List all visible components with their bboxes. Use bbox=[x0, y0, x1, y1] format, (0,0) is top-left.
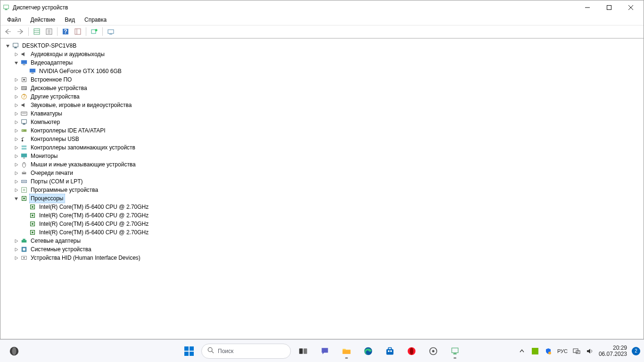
taskbar-edge[interactable] bbox=[359, 342, 378, 361]
tree-category-node[interactable]: Звуковые, игровые и видеоустройства bbox=[4, 101, 640, 109]
tree-device-node[interactable]: Intel(R) Core(TM) i5-6400 CPU @ 2.70GHz bbox=[4, 211, 640, 220]
start-button[interactable] bbox=[180, 342, 198, 361]
tree-category-node[interactable]: Контроллеры USB bbox=[4, 135, 640, 143]
tree-category-node[interactable]: Видеоадаптеры bbox=[4, 58, 640, 67]
toolbar-help-button[interactable]: ? bbox=[60, 26, 71, 37]
expand-toggle[interactable] bbox=[13, 51, 19, 58]
tree-category-node[interactable]: Устройства HID (Human Interface Devices) bbox=[4, 254, 640, 262]
menu-help[interactable]: Справка bbox=[81, 16, 110, 24]
storage-icon bbox=[20, 144, 28, 151]
expand-toggle[interactable] bbox=[13, 255, 19, 261]
expand-toggle[interactable] bbox=[13, 153, 19, 159]
taskbar-task-view[interactable] bbox=[294, 342, 313, 361]
svg-rect-1 bbox=[5, 9, 7, 10]
expand-toggle[interactable] bbox=[13, 110, 19, 117]
taskbar-opera-gx[interactable] bbox=[5, 342, 24, 361]
tree-category-node[interactable]: Мыши и иные указывающие устройства bbox=[4, 160, 640, 169]
expand-toggle[interactable] bbox=[13, 136, 19, 142]
tree-category-node[interactable]: Очереди печати bbox=[4, 169, 640, 177]
expand-toggle[interactable] bbox=[13, 246, 19, 253]
tree-device-node[interactable]: Intel(R) Core(TM) i5-6400 CPU @ 2.70GHz bbox=[4, 228, 640, 237]
nav-back-button[interactable] bbox=[2, 26, 14, 37]
tray-chevron-icon[interactable] bbox=[518, 347, 526, 355]
expand-toggle[interactable] bbox=[13, 85, 19, 91]
svg-rect-92 bbox=[454, 353, 457, 354]
toolbar-add-hardware-button[interactable] bbox=[105, 26, 116, 37]
tree-category-node[interactable]: Дисковые устройства bbox=[4, 84, 640, 92]
tree-node-label: Мыши и иные указывающие устройства bbox=[30, 160, 137, 169]
expand-toggle[interactable] bbox=[13, 178, 19, 185]
keyboard-icon bbox=[20, 110, 28, 117]
taskbar-settings[interactable] bbox=[424, 342, 443, 361]
expand-toggle[interactable] bbox=[13, 170, 19, 176]
expand-toggle[interactable] bbox=[13, 93, 19, 100]
toolbar-properties-button[interactable] bbox=[43, 26, 55, 37]
taskbar-explorer[interactable] bbox=[337, 342, 356, 361]
menu-view[interactable]: Вид bbox=[61, 16, 79, 24]
display-icon bbox=[29, 67, 36, 75]
tray-network-icon[interactable] bbox=[572, 347, 581, 355]
minimize-button[interactable] bbox=[577, 0, 598, 15]
tree-category-node[interactable]: Аудиовходы и аудиовыходы bbox=[4, 50, 640, 58]
expand-toggle[interactable] bbox=[13, 59, 19, 66]
menu-action[interactable]: Действие bbox=[27, 16, 59, 24]
svg-point-70 bbox=[23, 257, 25, 259]
tree-category-node[interactable]: Программные устройства bbox=[4, 186, 640, 194]
expand-toggle[interactable] bbox=[4, 42, 11, 49]
toolbar-details-button[interactable] bbox=[72, 26, 83, 37]
tree-category-node[interactable]: Контроллеры запоминающих устройств bbox=[4, 143, 640, 152]
toolbar-scan-button[interactable] bbox=[89, 26, 100, 37]
nav-forward-button[interactable] bbox=[15, 26, 26, 37]
search-placeholder: Поиск bbox=[218, 348, 233, 354]
audio-icon bbox=[20, 101, 28, 109]
tree-category-node[interactable]: Встроенное ПО bbox=[4, 75, 640, 84]
tree-device-node[interactable]: Intel(R) Core(TM) i5-6400 CPU @ 2.70GHz bbox=[4, 203, 640, 211]
tree-node-label: Сетевые адаптеры bbox=[30, 237, 82, 245]
expand-toggle[interactable] bbox=[13, 119, 19, 125]
svg-point-72 bbox=[12, 347, 16, 355]
expand-toggle[interactable] bbox=[13, 76, 19, 83]
tree-category-node[interactable]: Компьютер bbox=[4, 118, 640, 126]
maximize-button[interactable] bbox=[598, 0, 620, 15]
svg-rect-85 bbox=[388, 350, 389, 352]
expand-toggle[interactable] bbox=[13, 127, 19, 134]
tree-device-node[interactable]: Intel(R) Core(TM) i5-6400 CPU @ 2.70GHz bbox=[4, 220, 640, 228]
tree-device-node[interactable]: NVIDIA GeForce GTX 1060 6GB bbox=[4, 67, 640, 75]
close-button[interactable] bbox=[620, 0, 642, 15]
tray-nvidia-icon[interactable] bbox=[531, 347, 539, 355]
device-tree[interactable]: DESKTOP-SPC1V8BАудиовходы и аудиовыходыВ… bbox=[0, 38, 644, 339]
tree-category-node[interactable]: Клавиатуры bbox=[4, 109, 640, 118]
expand-toggle[interactable] bbox=[13, 144, 19, 151]
audio-icon bbox=[20, 50, 28, 58]
tree-root-node[interactable]: DESKTOP-SPC1V8B bbox=[4, 41, 640, 50]
tree-category-node[interactable]: Мониторы bbox=[4, 152, 640, 160]
toolbar-show-hide-button[interactable] bbox=[31, 26, 42, 37]
taskbar-chat[interactable] bbox=[315, 342, 334, 361]
expand-toggle[interactable] bbox=[13, 102, 19, 108]
svg-rect-81 bbox=[343, 350, 351, 354]
expand-toggle[interactable] bbox=[13, 161, 19, 168]
tray-language[interactable]: РУС bbox=[557, 348, 568, 354]
tray-notifications-badge[interactable]: 2 bbox=[632, 347, 640, 355]
tree-category-node[interactable]: ?Другие устройства bbox=[4, 92, 640, 101]
tree-category-node[interactable]: Порты (COM и LPT) bbox=[4, 177, 640, 186]
tree-category-node[interactable]: Процессоры bbox=[4, 194, 640, 203]
tree-category-node[interactable]: Контроллеры IDE ATA/ATAPI bbox=[4, 126, 640, 135]
tree-category-node[interactable]: Сетевые адаптеры bbox=[4, 237, 640, 245]
tree-category-node[interactable]: Системные устройства bbox=[4, 245, 640, 254]
expand-toggle[interactable] bbox=[13, 238, 19, 244]
taskbar-search[interactable]: Поиск bbox=[201, 344, 291, 359]
taskbar-store[interactable] bbox=[380, 342, 399, 361]
taskbar-device-manager[interactable] bbox=[446, 342, 464, 361]
taskbar-opera[interactable] bbox=[402, 342, 421, 361]
tree-node-label: Другие устройства bbox=[30, 92, 81, 101]
toolbar-sep bbox=[86, 27, 86, 36]
tray-volume-icon[interactable] bbox=[586, 347, 594, 355]
tray-security-icon[interactable] bbox=[544, 347, 553, 355]
tray-clock[interactable]: 20:29 06.07.2023 bbox=[599, 345, 627, 357]
expand-toggle[interactable] bbox=[13, 195, 19, 202]
menu-file[interactable]: Файл bbox=[3, 16, 25, 24]
svg-rect-30 bbox=[23, 79, 25, 81]
svg-rect-28 bbox=[31, 73, 33, 74]
expand-toggle[interactable] bbox=[13, 187, 19, 193]
